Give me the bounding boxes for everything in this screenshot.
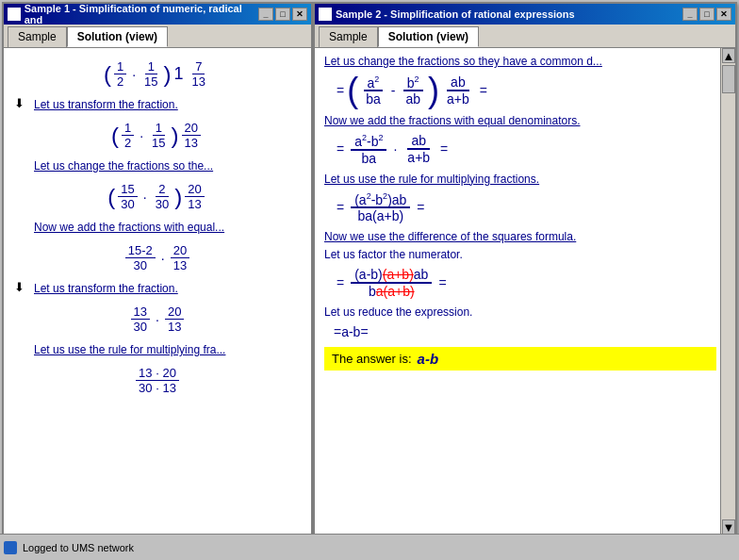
w2-line1-text: Let us change the fractions so they have… xyxy=(324,54,716,68)
w2-math2: = a2-b2 ba · ab a+b = xyxy=(324,133,716,166)
window1-tabs: Sample Solution (view) xyxy=(4,25,311,48)
step-row-3: Now we add the fractions with equal... xyxy=(9,217,305,238)
step-text-3: Now we add the fractions with equal... xyxy=(34,221,224,234)
taskbar-icon xyxy=(4,541,17,554)
tab-solution-1[interactable]: Solution (view) xyxy=(67,26,168,47)
frac-13-30: 13 30 xyxy=(131,305,150,334)
step-text-2: Let us change the fractions so the... xyxy=(34,159,213,173)
w2-line3-text: Let us use the rule for multiplying frac… xyxy=(324,172,716,186)
frac-a2-b2-ba: a2-b2 ba xyxy=(351,133,386,166)
window1-content: ( 1 2 · 1 15 ) 1 7 13 ⬇ xyxy=(4,48,311,535)
taskbar: Logged to UMS network xyxy=(0,534,739,560)
math-step2: ( 1 2 · 1 15 ) 20 13 xyxy=(9,121,305,150)
frac-b2-ab: b2 ab xyxy=(402,74,424,107)
frac-a2-ba: a2 ba xyxy=(362,74,385,107)
tab-sample-1[interactable]: Sample xyxy=(8,26,67,47)
window2-tabs: Sample Solution (view) xyxy=(315,25,735,48)
math-step1: ( 1 2 · 1 15 ) 1 7 13 xyxy=(9,59,305,89)
step-text-4: Let us transform the fraction. xyxy=(34,282,178,295)
step-row-1: ⬇ Let us transform the fraction. xyxy=(9,94,305,115)
scrollbar-vertical[interactable]: ▲ ▼ xyxy=(720,48,735,535)
step-row-5: Let us use the rule for multiplying fra.… xyxy=(9,339,305,360)
window2-icon: ✦ xyxy=(319,8,332,21)
math-step4: 15-2 30 · 20 13 xyxy=(9,243,305,272)
maximize-btn[interactable]: □ xyxy=(275,8,290,21)
w2-text-reduce: Let us reduce the expression. xyxy=(324,305,472,319)
w2-text-diff-squares: Now we use the difference of the squares… xyxy=(324,230,576,243)
minimize-btn-2[interactable]: _ xyxy=(682,8,698,21)
scroll-down-btn[interactable]: ▼ xyxy=(722,519,735,535)
w2-line2-text: Now we add the fractions with equal deno… xyxy=(324,113,716,127)
taskbar-text: Logged to UMS network xyxy=(23,542,134,553)
answer-bar: The answer is: a-b xyxy=(324,347,716,371)
frac-13-20: 13 · 20 30 · 13 xyxy=(136,366,179,395)
window2-controls[interactable]: _ □ ✕ xyxy=(682,8,731,21)
w2-line5-text: Let us factor the numerator. xyxy=(324,247,716,261)
math-step6: 13 · 20 30 · 13 xyxy=(9,366,305,395)
frac-20-13-s3: 20 13 xyxy=(185,182,204,211)
scroll-up-btn[interactable]: ▲ xyxy=(722,48,735,63)
frac-20-13-s4: 20 13 xyxy=(171,243,189,272)
w2-math3: = (a2-b2)ab ba(a+b) = xyxy=(324,191,716,224)
close-btn-2[interactable]: ✕ xyxy=(716,8,731,21)
step-text-5: Let us use the rule for multiplying fra.… xyxy=(34,343,225,356)
frac-1-2-s2: 1 2 xyxy=(122,121,134,150)
desktop: ✦ Sample 1 - Simplification of numeric, … xyxy=(0,0,739,560)
window1: ✦ Sample 1 - Simplification of numeric, … xyxy=(2,2,313,539)
frac-2-30: 2 30 xyxy=(153,182,172,211)
step-text-1: Let us transform the fraction. xyxy=(34,98,178,111)
window1-title: Sample 1 - Simplification of numeric, ra… xyxy=(25,3,258,25)
window2: ✦ Sample 2 - Simplification of rational … xyxy=(313,2,737,539)
window2-title: Sample 2 - Simplification of rational ex… xyxy=(336,8,575,20)
w2-text-change-fractions: Let us change the fractions so they have… xyxy=(324,55,602,68)
math-step5: 13 30 · 20 13 xyxy=(9,305,305,334)
minimize-btn[interactable]: _ xyxy=(258,8,273,21)
frac-factor: (a-b)(a+b)ab ba(a+b) xyxy=(351,267,432,299)
frac-15-30: 15 30 xyxy=(118,182,137,211)
answer-value: a-b xyxy=(418,351,439,367)
frac-7-13-step1: 7 13 xyxy=(189,59,208,89)
w2-math4: = (a-b)(a+b)ab ba(a+b) = xyxy=(324,267,716,299)
window1-icon: ✦ xyxy=(8,8,21,21)
tab-sample-2[interactable]: Sample xyxy=(319,26,378,47)
w2-text-add-fractions: Now we add the fractions with equal deno… xyxy=(324,114,580,127)
scroll-thumb[interactable] xyxy=(722,65,735,93)
window1-controls[interactable]: _ □ ✕ xyxy=(258,8,307,21)
spacer-3 xyxy=(9,339,28,341)
frac-1-15-s2: 1 15 xyxy=(149,121,168,150)
frac-1-2: 1 2 xyxy=(114,59,126,89)
window1-titlebar: ✦ Sample 1 - Simplification of numeric, … xyxy=(4,4,311,25)
window2-content: Let us change the fractions so they have… xyxy=(315,48,735,535)
w2-line6-text: Let us reduce the expression. xyxy=(324,305,716,319)
spacer-2 xyxy=(9,217,28,219)
arrow-icon-2: ⬇ xyxy=(9,278,28,294)
frac-15-2-30: 15-2 30 xyxy=(125,243,156,272)
w2-line4-text: Now we use the difference of the squares… xyxy=(324,229,716,243)
close-btn[interactable]: ✕ xyxy=(292,8,307,21)
frac-a2b2-ab: (a2-b2)ab ba(a+b) xyxy=(351,191,410,224)
w2-math1: = ( a2 ba - b2 ab ) ab a+b = xyxy=(324,74,716,107)
frac-ab-apb: ab a+b xyxy=(443,74,473,107)
frac-ab-apb-2: ab a+b xyxy=(403,133,434,165)
frac-1-15: 1 15 xyxy=(141,59,160,89)
w2-result-expr: =a-b= xyxy=(334,324,369,339)
step-row-4: ⬇ Let us transform the fraction. xyxy=(9,278,305,299)
w2-text-factor-num: Let us factor the numerator. xyxy=(324,248,463,261)
w2-math5: =a-b= xyxy=(324,324,716,339)
window2-titlebar: ✦ Sample 2 - Simplification of rational … xyxy=(315,4,735,25)
tab-solution-2[interactable]: Solution (view) xyxy=(378,26,479,47)
answer-label: The answer is: xyxy=(332,352,412,366)
frac-20-13-s2: 20 13 xyxy=(182,121,201,150)
frac-20-13-s5: 20 13 xyxy=(165,305,184,334)
step-row-2: Let us change the fractions so the... xyxy=(9,156,305,176)
w2-text-rule-multiply: Let us use the rule for multiplying frac… xyxy=(324,173,539,186)
math-step3: ( 15 30 · 2 30 ) 20 13 xyxy=(9,182,305,211)
arrow-icon-1: ⬇ xyxy=(9,94,28,110)
spacer-1 xyxy=(9,156,28,157)
maximize-btn-2[interactable]: □ xyxy=(699,8,714,21)
